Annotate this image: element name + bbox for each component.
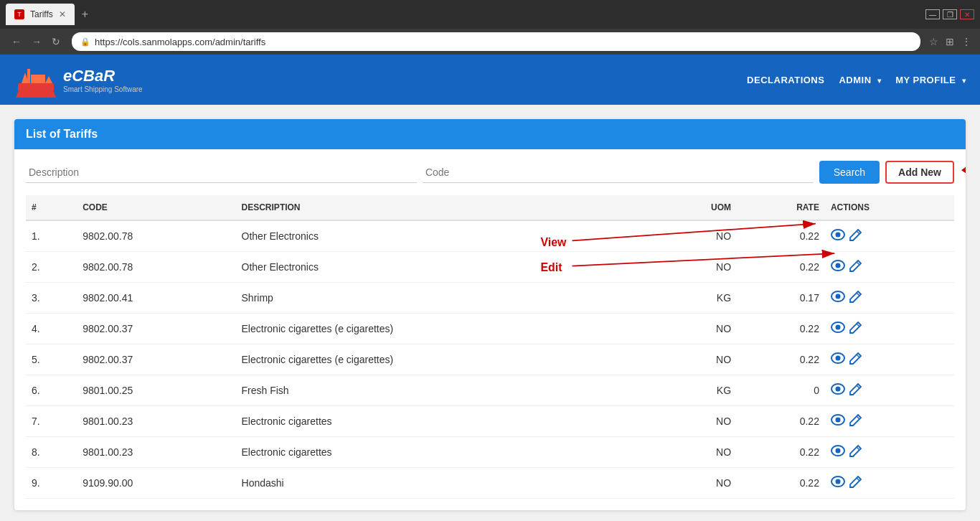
tab-bar: T Tariffs ✕ + [6, 3, 93, 26]
view-icon[interactable] [831, 291, 845, 306]
table-row: 8. 9801.00.23 Electronic cigarettes NO 0… [26, 437, 954, 468]
cell-code: 9802.00.37 [77, 314, 235, 344]
cell-rate: 0.22 [737, 406, 825, 437]
svg-point-20 [835, 355, 840, 360]
edit-icon[interactable] [849, 352, 862, 367]
tab-favicon: T [14, 9, 24, 19]
bookmark-icon[interactable]: ☆ [929, 36, 938, 47]
col-rate: RATE [737, 195, 825, 220]
search-bar: Search Add New [26, 161, 954, 184]
table-row: 7. 9801.00.23 Electronic cigarettes NO 0… [26, 406, 954, 437]
admin-dropdown-arrow: ▾ [877, 77, 882, 85]
search-button[interactable]: Search [819, 161, 880, 184]
cell-num: 5. [26, 344, 77, 375]
action-icons [831, 259, 948, 275]
view-icon[interactable] [831, 476, 845, 491]
url-bar[interactable]: 🔒 https://cols.sanmolapps.com/admin/tari… [72, 32, 920, 51]
svg-point-29 [835, 448, 840, 453]
cell-num: 1. [26, 220, 77, 252]
cell-rate: 0.17 [737, 283, 825, 314]
table-row: 9. 9109.90.00 Hondashi NO 0.22 [26, 468, 954, 499]
cell-actions [825, 437, 954, 468]
extensions-icon[interactable]: ⊞ [946, 36, 954, 47]
edit-icon[interactable] [849, 444, 862, 460]
logo-subtitle: Smart Shipping Software [63, 85, 143, 93]
cell-code: 9802.00.78 [77, 220, 235, 252]
main-content: List of Tariffs Search Add New [0, 105, 980, 521]
edit-icon[interactable] [849, 413, 862, 429]
edit-icon[interactable] [849, 321, 862, 337]
description-input[interactable] [26, 162, 417, 183]
view-icon[interactable] [831, 229, 845, 244]
cell-uom: NO [656, 252, 737, 283]
forward-button[interactable]: → [29, 34, 44, 49]
cell-rate: 0.22 [737, 344, 825, 375]
view-icon[interactable] [831, 260, 845, 275]
new-tab-button[interactable]: + [77, 8, 93, 21]
cell-uom: NO [656, 468, 737, 499]
logo-text-area: eCBaR Smart Shipping Software [63, 67, 143, 93]
view-icon[interactable] [831, 445, 845, 460]
col-actions: ACTIONS [825, 195, 954, 220]
view-icon[interactable] [831, 352, 845, 367]
edit-icon[interactable] [849, 382, 862, 398]
table-row: 2. 9802.00.78 Other Electronics NO 0.22 [26, 252, 954, 283]
nav-declarations[interactable]: DECLARATIONS [747, 75, 824, 85]
cell-description: Other Electronics [236, 252, 656, 283]
cell-description: Fresh Fish [236, 375, 656, 406]
browser-chrome: T Tariffs ✕ + — ❐ ✕ [0, 0, 980, 29]
svg-rect-2 [27, 69, 30, 83]
svg-marker-6 [961, 152, 966, 188]
cell-actions [825, 314, 954, 344]
code-input[interactable] [423, 162, 814, 183]
svg-point-14 [835, 294, 840, 299]
cell-rate: 0.22 [737, 314, 825, 344]
reload-button[interactable]: ↻ [49, 34, 63, 49]
col-description: DESCRIPTION [236, 195, 656, 220]
minimize-button[interactable]: — [925, 9, 940, 19]
restore-button[interactable]: ❐ [943, 9, 957, 19]
view-icon[interactable] [831, 414, 845, 429]
header-nav: DECLARATIONS ADMIN ▾ MY PROFILE ▾ [747, 75, 966, 85]
address-bar-actions: ☆ ⊞ ⋮ [929, 36, 971, 47]
tab-close-button[interactable]: ✕ [59, 9, 66, 19]
svg-rect-0 [18, 83, 54, 92]
close-button[interactable]: ✕ [960, 9, 974, 19]
edit-icon[interactable] [849, 228, 862, 244]
svg-point-8 [835, 232, 840, 237]
nav-admin[interactable]: ADMIN ▾ [839, 75, 881, 85]
edit-icon[interactable] [849, 259, 862, 275]
back-button[interactable]: ← [9, 34, 24, 49]
col-uom: UOM [656, 195, 737, 220]
svg-marker-5 [16, 92, 56, 98]
action-icons [831, 382, 948, 398]
menu-icon[interactable]: ⋮ [961, 36, 971, 47]
table-row: 4. 9802.00.37 Electronic cigarettes (e c… [26, 314, 954, 344]
cell-num: 8. [26, 437, 77, 468]
edit-icon[interactable] [849, 475, 862, 491]
table-row: 5. 9802.00.37 Electronic cigarettes (e c… [26, 344, 954, 375]
edit-icon[interactable] [849, 290, 862, 306]
cell-description: Hondashi [236, 468, 656, 499]
cell-code: 9801.00.23 [77, 437, 235, 468]
cell-description: Electronic cigarettes (e cigarettes) [236, 314, 656, 344]
lock-icon: 🔒 [80, 37, 90, 47]
cell-actions [825, 344, 954, 375]
add-new-button[interactable]: Add New [885, 161, 954, 184]
cell-actions [825, 252, 954, 283]
page-title: List of Tariffs [26, 128, 98, 140]
cell-num: 7. [26, 406, 77, 437]
cell-description: Other Electronics [236, 220, 656, 252]
svg-marker-4 [45, 76, 52, 83]
cell-uom: KG [656, 283, 737, 314]
nav-myprofile[interactable]: MY PROFILE ▾ [895, 75, 966, 85]
action-icons [831, 444, 948, 460]
active-tab[interactable]: T Tariffs ✕ [6, 4, 75, 25]
cell-uom: NO [656, 437, 737, 468]
address-bar: ← → ↻ 🔒 https://cols.sanmolapps.com/admi… [0, 29, 980, 55]
svg-point-26 [835, 417, 840, 422]
view-icon[interactable] [831, 321, 845, 337]
view-icon[interactable] [831, 383, 845, 398]
cell-description: Shrimp [236, 283, 656, 314]
app-header: eCBaR Smart Shipping Software DECLARATIO… [0, 55, 980, 105]
